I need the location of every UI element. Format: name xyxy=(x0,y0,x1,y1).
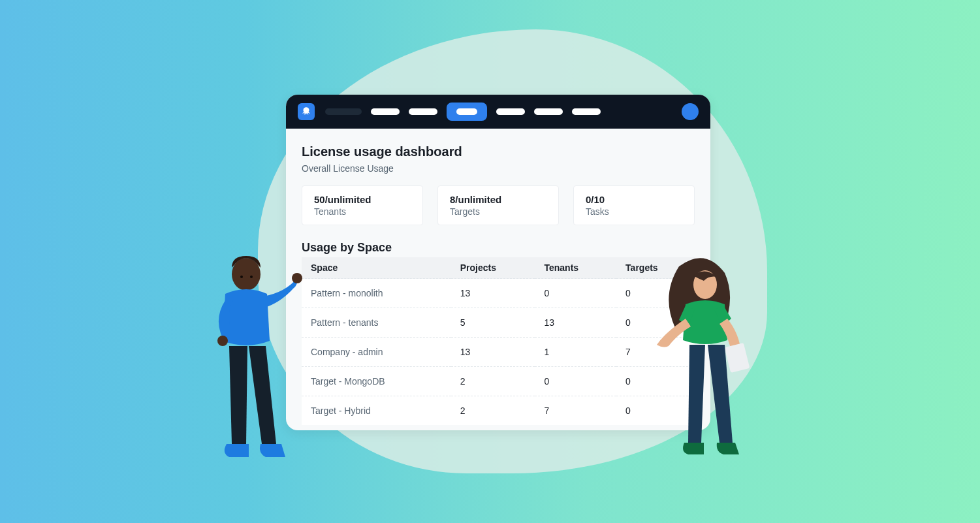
nav-pill-5[interactable] xyxy=(534,108,563,115)
usage-table: Space Projects Tenants Targets Pattern -… xyxy=(302,257,695,425)
overall-card: 50/unlimitedTenants xyxy=(302,185,423,225)
table-row[interactable]: Pattern - monolith1300 xyxy=(302,279,695,308)
card-label: Tasks xyxy=(586,206,682,217)
overall-cards: 50/unlimitedTenants8/unlimitedTargets0/1… xyxy=(302,185,695,225)
section-title: Usage by Space xyxy=(302,241,695,255)
overall-card: 0/10Tasks xyxy=(573,185,695,225)
card-label: Tenants xyxy=(314,206,411,217)
nav-pill-1[interactable] xyxy=(371,108,400,115)
app-logo-icon[interactable] xyxy=(298,103,315,120)
svg-point-0 xyxy=(232,258,261,291)
svg-point-3 xyxy=(292,273,302,283)
table-row[interactable]: Target - Hybrid270 xyxy=(302,396,695,426)
illustration-person-left xyxy=(193,248,304,470)
page-title: License usage dashboard xyxy=(302,144,695,159)
cell-space: Pattern - tenants xyxy=(302,308,451,338)
nav-pill-3[interactable] xyxy=(447,103,487,121)
nav-pill-0[interactable] xyxy=(325,108,362,115)
cell-projects: 2 xyxy=(451,396,535,426)
nav-pill-6[interactable] xyxy=(572,108,601,115)
cell-projects: 13 xyxy=(451,279,535,308)
table-row[interactable]: Pattern - tenants5130 xyxy=(302,308,695,338)
nav-tabs xyxy=(325,103,671,121)
svg-point-4 xyxy=(217,336,228,346)
card-value: 8/unlimited xyxy=(450,194,546,205)
page-subtitle: Overall License Usage xyxy=(302,163,695,174)
cell-space: Target - Hybrid xyxy=(302,396,451,426)
avatar[interactable] xyxy=(682,103,699,120)
svg-rect-6 xyxy=(725,343,750,373)
cell-tenants: 13 xyxy=(535,308,616,338)
octopus-icon xyxy=(300,106,312,118)
nav-pill-4[interactable] xyxy=(496,108,525,115)
cell-space: Company - admin xyxy=(302,338,451,367)
cell-tenants: 0 xyxy=(535,367,616,396)
svg-point-2 xyxy=(250,276,253,278)
illustration-person-right xyxy=(646,253,757,469)
cell-space: Pattern - monolith xyxy=(302,279,451,308)
cell-space: Target - MongoDB xyxy=(302,367,451,396)
table-row[interactable]: Company - admin1317 xyxy=(302,338,695,367)
cell-projects: 13 xyxy=(451,338,535,367)
table-row[interactable]: Target - MongoDB200 xyxy=(302,367,695,396)
cell-tenants: 1 xyxy=(535,338,616,367)
cell-projects: 5 xyxy=(451,308,535,338)
svg-point-1 xyxy=(240,276,243,278)
th-projects: Projects xyxy=(451,257,535,279)
card-label: Targets xyxy=(450,206,546,217)
cell-tenants: 7 xyxy=(535,396,616,426)
overall-card: 8/unlimitedTargets xyxy=(437,185,559,225)
cell-projects: 2 xyxy=(451,367,535,396)
card-value: 0/10 xyxy=(586,194,682,205)
titlebar xyxy=(286,95,710,129)
card-value: 50/unlimited xyxy=(314,194,411,205)
nav-pill-2[interactable] xyxy=(409,108,437,115)
cell-tenants: 0 xyxy=(535,279,616,308)
th-tenants: Tenants xyxy=(535,257,616,279)
th-space: Space xyxy=(302,257,451,279)
